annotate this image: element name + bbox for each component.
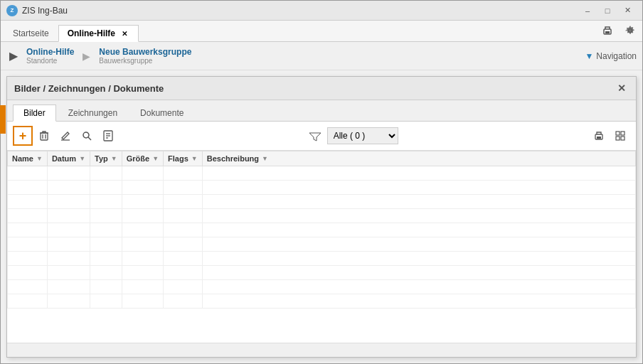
tab-bilder-label: Bilder [23,108,46,118]
col-datum-filter-icon: ▼ [79,155,85,162]
navigation-label: Navigation [596,51,637,61]
dialog-panel: Bilder / Zeichnungen / Dokumente ✕ Bilde… [6,76,637,358]
breadcrumb-main-2: Neue Bauwerksgruppe [99,47,191,57]
svg-rect-14 [597,136,601,139]
col-groesse-label: Größe [127,154,149,163]
breadcrumb-sub-2: Bauwerksgruppe [99,57,191,65]
empty-row-4 [8,209,636,223]
col-groesse[interactable]: Größe ▼ [122,151,163,166]
dialog-close-button[interactable]: ✕ [615,81,629,95]
main-content: Bilder / Zeichnungen / Dokumente ✕ Bilde… [1,70,642,363]
svg-line-8 [88,137,91,140]
svg-rect-16 [621,132,625,135]
breadcrumb-arrow: ▶ [80,50,93,62]
data-table: Name ▼ Datum ▼ [7,151,636,343]
empty-row-1 [8,166,636,181]
breadcrumb-main-1: Online-Hilfe [26,47,74,57]
col-flags-label: Flags [168,154,188,163]
col-typ-label: Typ [95,154,108,163]
print-table-button[interactable] [589,126,609,146]
table: Name ▼ Datum ▼ [7,151,636,309]
col-beschreibung[interactable]: Beschreibung ▼ [202,151,635,166]
empty-row-10 [8,294,636,309]
svg-rect-18 [621,136,625,140]
empty-row-7 [8,252,636,266]
breadcrumb-bar: ▶ Online-Hilfe Standorte ▶ Neue Bauwerks… [1,42,642,70]
col-typ-filter-icon: ▼ [111,155,117,162]
svg-point-7 [83,132,89,138]
empty-row-3 [8,195,636,209]
settings-button[interactable] [621,23,639,38]
tab-bar-actions [598,23,639,41]
maximize-button[interactable]: □ [598,4,617,18]
col-flags[interactable]: Flags ▼ [164,151,203,166]
close-button[interactable]: ✕ [618,4,637,18]
col-datum-label: Datum [52,154,76,163]
delete-button[interactable] [34,126,54,146]
print-button[interactable] [598,23,617,38]
app-icon: Z [6,5,18,16]
col-name-filter-icon: ▼ [36,155,43,162]
filter-dropdown[interactable]: Alle ( 0 ) [309,127,398,144]
orange-indicator [0,105,6,134]
import-button[interactable] [98,126,118,146]
tab-bilder[interactable]: Bilder [13,105,56,122]
col-beschreibung-label: Beschreibung [207,154,259,163]
main-window: Z ZIS Ing-Bau – □ ✕ Startseite Online-Hi… [0,0,643,364]
breadcrumb-sub-1: Standorte [26,57,74,65]
col-datum[interactable]: Datum ▼ [47,151,90,166]
tab-dokumente-label: Dokumente [140,108,184,118]
tab-startseite[interactable]: Startseite [4,24,58,41]
title-bar: Z ZIS Ing-Bau – □ ✕ [1,1,642,21]
table-header-row: Name ▼ Datum ▼ [8,151,636,166]
edit-button[interactable] [55,126,75,146]
toolbar: + [7,122,636,151]
breadcrumb-item-bauwerksgruppe: Neue Bauwerksgruppe Bauwerksgruppe [93,47,197,65]
empty-row-5 [8,223,636,237]
col-name[interactable]: Name ▼ [8,151,48,166]
tab-online-hilfe[interactable]: Online-Hilfe ✕ [58,25,139,42]
grid-view-button[interactable] [610,126,630,146]
tab-zeichnungen-label: Zeichnungen [68,108,117,118]
tab-startseite-label: Startseite [13,28,49,38]
tab-dokumente[interactable]: Dokumente [129,105,194,121]
nav-dropdown-icon: ▼ [585,51,593,61]
tab-online-hilfe-close[interactable]: ✕ [119,28,129,38]
empty-row-6 [8,237,636,252]
add-button[interactable]: + [13,126,33,146]
window-controls: – □ ✕ [578,4,637,18]
col-name-label: Name [12,154,33,163]
search-button[interactable] [77,126,97,146]
tab-bar: Startseite Online-Hilfe ✕ [1,21,642,42]
status-bar [7,343,636,357]
col-typ[interactable]: Typ ▼ [90,151,122,166]
dialog-title: Bilder / Zeichnungen / Dokumente [14,83,164,94]
svg-rect-15 [616,132,620,135]
breadcrumb-back-button[interactable]: ▶ [6,49,21,63]
window-title: ZIS Ing-Bau [22,6,578,16]
tab-online-hilfe-label: Online-Hilfe [68,28,115,38]
tab-zeichnungen[interactable]: Zeichnungen [58,105,128,121]
col-flags-filter-icon: ▼ [191,155,198,162]
breadcrumb-item-online-hilfe: Online-Hilfe Standorte [21,47,80,65]
col-beschreibung-filter-icon: ▼ [262,155,268,162]
dialog-header: Bilder / Zeichnungen / Dokumente ✕ [7,77,636,100]
table-body [8,166,636,309]
filter-select[interactable]: Alle ( 0 ) [327,127,398,144]
svg-rect-2 [41,133,48,140]
inner-tab-bar: Bilder Zeichnungen Dokumente [7,100,636,122]
empty-row-8 [8,266,636,280]
empty-row-2 [8,181,636,195]
svg-rect-1 [605,31,610,33]
navigation-control[interactable]: ▼ Navigation [585,51,637,61]
empty-row-9 [8,280,636,294]
minimize-button[interactable]: – [578,4,597,18]
col-groesse-filter-icon: ▼ [152,155,159,162]
svg-rect-17 [616,136,620,140]
